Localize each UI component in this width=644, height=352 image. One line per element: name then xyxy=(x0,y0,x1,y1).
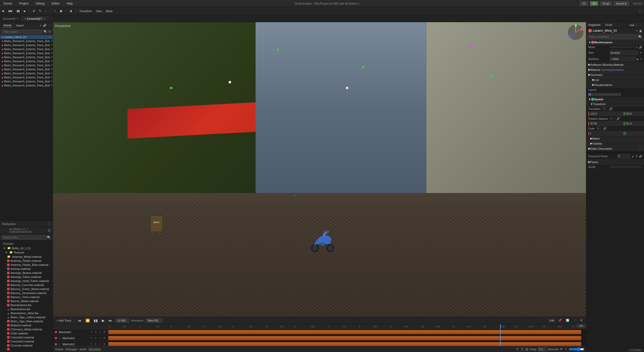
view-label[interactable]: View xyxy=(95,9,104,13)
filter-button[interactable]: ⚙ xyxy=(48,30,51,34)
rotation-y[interactable] xyxy=(624,121,644,126)
menu-scene[interactable]: Scene xyxy=(2,1,14,6)
anim-time-input[interactable] xyxy=(115,318,129,323)
process-down-btn[interactable]: ▼ xyxy=(635,155,638,158)
process-link-btn[interactable]: 🔗 xyxy=(639,155,642,158)
fs-item-concrete[interactable] xyxy=(1,347,52,351)
editor-desc-expand-btn[interactable]: ⛶ xyxy=(639,147,642,150)
inspector-options-btn[interactable]: ⋮ xyxy=(639,23,642,27)
fs-back-button[interactable]: ← xyxy=(2,229,5,232)
scale-link-btn[interactable]: 🔗 xyxy=(602,127,607,130)
track-up-manhole5[interactable]: ⇧ xyxy=(89,330,93,334)
pause-button[interactable]: ▮▮ xyxy=(15,9,21,13)
tree-item-10[interactable]: ■ Bistro_Research_Exterior_Paris_Buil 👁 xyxy=(0,75,53,79)
visibility-6[interactable]: 👁 xyxy=(51,60,53,63)
fs-item-bistroexterior[interactable]: ▲ BistroInterior.fbx xyxy=(1,307,52,311)
mesh-label[interactable]: Mesh xyxy=(104,9,114,13)
mesh-value[interactable] xyxy=(609,46,635,48)
new-scene-button[interactable]: ▶ xyxy=(1,9,6,13)
fs-item-balcony-ornaments[interactable]: Balcony_Trims.material xyxy=(1,295,52,299)
menu-debug[interactable]: Debug xyxy=(34,1,46,6)
anim-menu-btn[interactable]: ⋮ xyxy=(572,318,578,323)
skeleton-clear-btn[interactable]: ✕ xyxy=(640,58,642,60)
translation-reset-btn[interactable]: ↻ xyxy=(602,107,607,111)
tree-item-1[interactable]: ■ Bistro_Research_Exterior_Paris_Buil 👁 xyxy=(0,39,53,43)
timeline-playhead[interactable] xyxy=(500,324,501,346)
snap-btn[interactable]: ▣ xyxy=(58,9,64,13)
visibility-1[interactable]: 👁 xyxy=(51,40,53,43)
section-visual-instance[interactable]: ▶ VisualInstance xyxy=(586,82,644,87)
visibility-4[interactable]: 👁 xyxy=(51,52,53,55)
fs-item-cloth[interactable]: Concrete2.material xyxy=(1,335,52,339)
tab-unsaved2[interactable]: ● {unsaved}(*) ✕ xyxy=(22,16,49,21)
fs-item-balcony-concrete[interactable]: Balcony_Green_Wood.material xyxy=(1,287,52,291)
tree-item-8[interactable]: ■ Bistro_Research_Exterior_Paris_Buil 👁 xyxy=(0,67,53,71)
filter-icon-btn[interactable]: ⚲ xyxy=(516,347,519,351)
layer-1[interactable] xyxy=(588,93,591,96)
expand-btn[interactable]: ⛶ xyxy=(637,9,643,13)
local-space-btn[interactable]: □ xyxy=(52,9,57,13)
fs-item-awnings-fabric[interactable]: Awnings_Hotel_Fabric.material xyxy=(1,279,52,283)
fs-item-sign-letters[interactable]: Bistro_Sign_Main.material xyxy=(1,319,52,323)
scale-y[interactable] xyxy=(624,131,644,136)
anim-edit-btn[interactable]: Edit xyxy=(548,318,556,323)
translation-x[interactable] xyxy=(588,112,623,116)
section-spatial[interactable]: ▼ Spatial xyxy=(586,97,644,102)
script-value[interactable] xyxy=(609,166,642,168)
section-visibility[interactable]: ▶ Visibility xyxy=(586,141,644,146)
skin-value[interactable]: [empty] xyxy=(609,50,638,55)
visibility-2[interactable]: 👁 xyxy=(51,44,53,47)
layer-3[interactable] xyxy=(595,93,598,96)
anim-skip-back[interactable]: ⏮ xyxy=(77,318,82,323)
track-delete-manhole3[interactable]: ✕ xyxy=(102,342,106,346)
visibility-3[interactable]: 👁 xyxy=(51,48,53,51)
section-pause[interactable]: ▶ Pause xyxy=(586,159,644,165)
inspector-search-input[interactable] xyxy=(588,35,638,39)
rotate-tool[interactable]: ↻ xyxy=(38,9,43,13)
add-track-button[interactable]: + Add Track xyxy=(55,318,73,323)
section-matrix[interactable]: ▶ Matrix xyxy=(586,136,644,141)
fs-item-antenna-metal[interactable]: Antenna_Plastic.material xyxy=(1,259,52,263)
fs-options-button[interactable]: ⋮ xyxy=(47,222,51,226)
assetlib-button[interactable]: AssetLib xyxy=(614,1,629,6)
fs-item-bistro[interactable]: ▼ 📁 Textures xyxy=(1,250,52,254)
track-easing-manhole5[interactable]: ∼ xyxy=(98,330,102,334)
inspector-node-lock-btn[interactable]: 🔒 xyxy=(639,29,642,32)
fs-item-bistrointerior[interactable]: ▲ BistroInterior_Wine.fbx xyxy=(1,311,52,315)
fs-item-balcony-trims[interactable]: Banner_Metal.material xyxy=(1,299,52,303)
layer-7[interactable] xyxy=(608,93,611,96)
debugger-tab[interactable]: Debugger xyxy=(65,348,77,351)
output-tab[interactable]: Output xyxy=(55,348,63,351)
skeleton-value[interactable]: ● Bistr xyxy=(609,57,636,61)
anim-take-input[interactable] xyxy=(145,318,163,323)
layer-2[interactable] xyxy=(592,93,595,96)
inspector-expand-btn[interactable]: ⛶ xyxy=(635,23,638,27)
viewport-gizmo[interactable]: X Y Z xyxy=(568,24,584,41)
layer-5[interactable] xyxy=(601,93,604,96)
fs-search-input[interactable] xyxy=(2,235,47,240)
fs-item-res[interactable]: ▼ 📁 Bistro_v5_1 (1) xyxy=(1,246,52,250)
tree-item-12[interactable]: ■ Bistro_Research_Exterior_Paris_Buil 👁 xyxy=(0,83,53,87)
layer-6[interactable] xyxy=(605,93,608,96)
visibility-8[interactable]: 👁 xyxy=(51,68,53,71)
translation-y[interactable] xyxy=(624,112,644,116)
import-tab[interactable]: Import xyxy=(14,23,25,27)
anim-pin-btn[interactable]: 📌 xyxy=(557,318,563,323)
skin-dropdown-btn[interactable]: ▼ xyxy=(639,51,642,54)
fs-item-balcony-green[interactable]: Balcony_Ornaments.material xyxy=(1,291,52,295)
tree-item-5[interactable]: ■ Bistro_Research_Exterior_Paris_Buil 👁 xyxy=(0,55,53,59)
fs-item-concrete2[interactable]: Concrete3.material xyxy=(1,339,52,343)
mode-3d-button[interactable]: 3D xyxy=(590,1,598,6)
tree-item-7[interactable]: ■ Bistro_Research_Exterior_Paris_Buil 👁 xyxy=(0,63,53,67)
tree-item-11[interactable]: ■ Bistro_Research_Exterior_Paris_Buil 👁 xyxy=(0,79,53,83)
fs-item-ashtray[interactable]: Awnings_Beams.material xyxy=(1,271,52,275)
menu-project[interactable]: Project xyxy=(18,1,30,6)
node-search-input[interactable] xyxy=(2,29,43,34)
animation-tab[interactable]: Animation xyxy=(89,347,101,351)
inspector-forward-btn[interactable]: ▶ xyxy=(632,23,634,27)
anim-skip-forward[interactable]: ⏭ xyxy=(108,318,113,323)
layer-8[interactable] xyxy=(611,93,614,96)
zoom-slider[interactable] xyxy=(569,347,584,351)
tree-item-2[interactable]: ■ Bistro_Research_Exterior_Paris_Buil 👁 xyxy=(0,43,53,47)
node-tab-label[interactable]: Node xyxy=(605,23,612,27)
